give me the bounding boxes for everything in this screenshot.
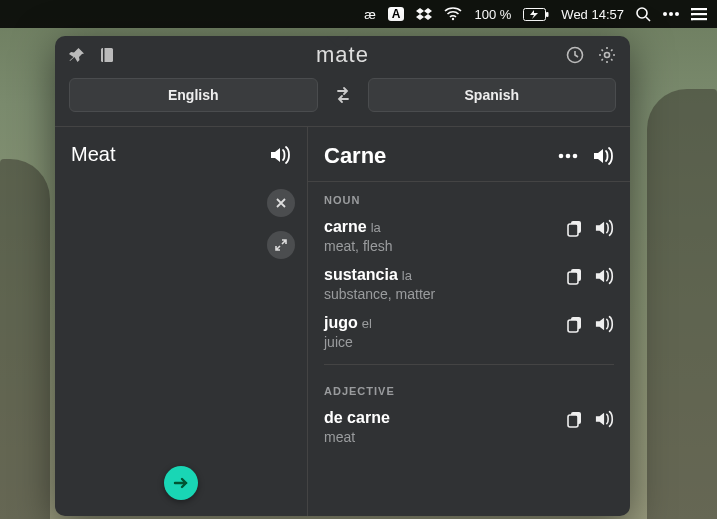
entry-term: sustancia: [324, 266, 398, 283]
battery-percent: 100 %: [474, 7, 511, 22]
speak-source-button[interactable]: [269, 144, 293, 166]
copy-entry-button[interactable]: [566, 267, 584, 285]
source-pane: Meat: [55, 127, 308, 516]
svg-point-0: [452, 18, 454, 20]
speak-translation-button[interactable]: [592, 145, 616, 167]
svg-rect-8: [691, 13, 707, 15]
entry-term: carne: [324, 218, 367, 235]
translation-text: Carne: [324, 143, 386, 169]
dictionary-entry: de carnemeat: [308, 403, 630, 451]
speak-entry-button[interactable]: [594, 218, 616, 238]
svg-rect-9: [691, 18, 707, 20]
svg-rect-13: [101, 48, 113, 62]
svg-rect-27: [568, 415, 578, 427]
svg-rect-14: [103, 48, 105, 62]
language-bar: English Spanish: [55, 70, 630, 126]
svg-point-4: [663, 12, 667, 16]
swap-languages-button[interactable]: [328, 80, 358, 110]
svg-point-19: [573, 154, 578, 159]
spotlight-icon[interactable]: [636, 7, 651, 22]
svg-point-17: [559, 154, 564, 159]
speak-entry-button[interactable]: [594, 266, 616, 286]
entry-gloss: substance, matter: [324, 286, 556, 302]
svg-point-18: [566, 154, 571, 159]
wifi-icon[interactable]: [444, 7, 462, 21]
dictionary-entry: sustancialasubstance, matter: [308, 260, 630, 308]
entry-gender: la: [402, 268, 412, 283]
svg-rect-25: [568, 320, 578, 332]
entry-gender: la: [371, 220, 381, 235]
section-divider: [324, 364, 614, 365]
siri-icon[interactable]: [663, 11, 679, 17]
entry-term: de carne: [324, 409, 390, 426]
svg-rect-21: [568, 224, 578, 236]
translator-popover: mate English Spanish Meat: [55, 36, 630, 516]
svg-rect-2: [546, 12, 549, 17]
translation-pane: Carne NOUNcarnelameat, fleshsustancialas…: [308, 127, 630, 516]
gear-icon[interactable]: [598, 46, 616, 64]
app-title: mate: [55, 42, 630, 68]
dictionary-entry: jugoeljuice: [308, 308, 630, 356]
svg-rect-11: [691, 13, 693, 15]
entry-gloss: meat: [324, 429, 556, 445]
speak-entry-button[interactable]: [594, 409, 616, 429]
copy-entry-button[interactable]: [566, 315, 584, 333]
translate-button[interactable]: [164, 466, 198, 500]
titlebar: mate: [55, 36, 630, 70]
entry-gloss: juice: [324, 334, 556, 350]
svg-point-5: [669, 12, 673, 16]
svg-rect-7: [691, 8, 707, 10]
copy-entry-button[interactable]: [566, 219, 584, 237]
entry-term: jugo: [324, 314, 358, 331]
dictionary-sections: NOUNcarnelameat, fleshsustancialasubstan…: [308, 182, 630, 451]
svg-point-3: [637, 8, 647, 18]
source-text[interactable]: Meat: [71, 143, 115, 166]
notification-center-icon[interactable]: [691, 8, 707, 21]
brand-glyph[interactable]: æ: [364, 7, 376, 22]
pos-section-label: ADJECTIVE: [308, 373, 630, 403]
expand-button[interactable]: [267, 231, 295, 259]
svg-point-6: [675, 12, 679, 16]
copy-entry-button[interactable]: [566, 410, 584, 428]
more-options-button[interactable]: [558, 153, 578, 159]
svg-rect-10: [691, 8, 693, 10]
svg-rect-12: [691, 18, 693, 20]
background-decoration: [0, 159, 50, 519]
clock-text[interactable]: Wed 14:57: [561, 7, 624, 22]
clear-input-button[interactable]: [267, 189, 295, 217]
pin-icon[interactable]: [69, 47, 85, 63]
dropbox-icon[interactable]: [416, 7, 432, 21]
speak-entry-button[interactable]: [594, 314, 616, 334]
target-language-button[interactable]: Spanish: [368, 78, 617, 112]
input-source-badge[interactable]: A: [388, 7, 405, 21]
menubar: æ A 100 % Wed 14:57: [0, 0, 717, 28]
source-language-button[interactable]: English: [69, 78, 318, 112]
pos-section-label: NOUN: [308, 182, 630, 212]
history-icon[interactable]: [566, 46, 584, 64]
svg-point-16: [605, 53, 610, 58]
entry-gender: el: [362, 316, 372, 331]
background-decoration: [647, 89, 717, 519]
content-panes: Meat Carne: [55, 126, 630, 516]
entry-gloss: meat, flesh: [324, 238, 556, 254]
dictionary-entry: carnelameat, flesh: [308, 212, 630, 260]
phrasebook-icon[interactable]: [99, 47, 115, 63]
svg-rect-23: [568, 272, 578, 284]
battery-icon: [523, 8, 549, 21]
